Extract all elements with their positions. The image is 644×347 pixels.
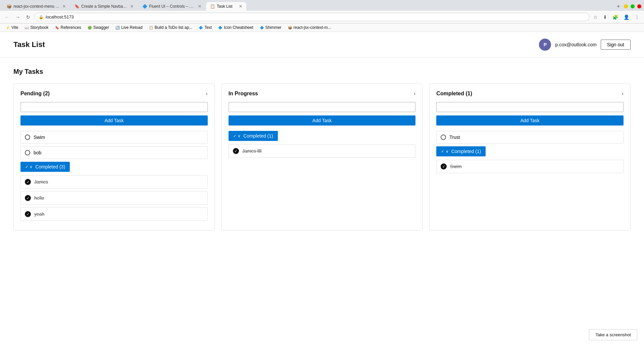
task-check-icon[interactable]: ✓ [25,179,31,185]
task-item-completed: ✓ yeah [20,207,208,221]
tab-close-icon[interactable]: ✕ [198,4,201,9]
bookmark-label: react-jsx-context-m... [294,25,331,30]
bookmark-button[interactable]: ☆ [591,13,600,21]
task-check-icon[interactable]: ✓ [25,211,31,217]
completed-section-button[interactable]: ✓ ∨ Completed (1) [436,146,486,156]
browser-titlebar: 📦 react-jsx-context-menu – npm ✕🔖 Create… [0,0,644,11]
reload-button[interactable]: ↻ [24,13,32,21]
bookmark-item[interactable]: 📖Storybook [21,24,51,31]
bookmark-item[interactable]: 📋Build a ToDo list ap... [146,24,195,31]
column-chevron-icon[interactable]: › [622,91,624,97]
column-header: In Progress › [229,91,416,97]
chevron-down-icon: ✓ ∨ [441,149,448,154]
chevron-down-icon: ✓ ∨ [25,164,33,169]
task-name: bob [34,150,41,155]
section-title: My Tasks [13,68,631,76]
tab-title: Fluent UI – Controls – React – Co... [149,4,196,9]
bookmark-item[interactable]: 🔖References [52,24,84,31]
task-input[interactable] [436,102,624,112]
minimize-button[interactable] [624,4,628,8]
column-title: Pending (2) [20,91,50,97]
browser-tab-tab3[interactable]: 🔷 Fluent UI – Controls – React – Co... ✕ [138,2,205,11]
bookmark-item[interactable]: 📦react-jsx-context-m... [285,24,334,31]
bookmarks-bar: ⚡Vite📖Storybook🔖References🟢Swagger🔄Live … [0,23,644,32]
task-column-completed: Completed (1) › Add Task Trust ✓ ∨ Compl… [429,84,631,231]
bookmark-item[interactable]: 🔷Shimmer [257,24,284,31]
app-title: Task List [13,40,45,49]
bookmark-item[interactable]: 🔄Live Reload [112,24,145,31]
address-bar[interactable]: 🔒 localhost:5173 [34,13,589,21]
column-header: Completed (1) › [436,91,624,97]
forward-button[interactable]: → [13,13,22,21]
bookmark-favicon: 🔷 [259,25,264,30]
browser-toolbar: ← → ↻ 🔒 localhost:5173 ☆ ⬇ 🧩 👤 ⋮ [0,11,644,23]
task-name-completed: hello [34,195,44,201]
bookmark-label: Shimmer [265,25,282,30]
task-column-inprogress: In Progress › Add Task ✓ ∨ Completed (1)… [221,84,423,231]
tab-close-icon[interactable]: ✕ [239,4,242,9]
task-item: bob [20,146,208,159]
column-chevron-icon[interactable]: › [414,91,415,97]
main-content: My Tasks Pending (2) › Add Task Swim bob… [0,58,644,241]
add-task-button[interactable]: Add Task [436,115,624,126]
browser-tab-tab1[interactable]: 📦 react-jsx-context-menu – npm ✕ [3,2,70,11]
bookmark-item[interactable]: ⚡Vite [3,24,21,31]
task-input[interactable] [20,102,208,112]
add-task-button[interactable]: Add Task [229,115,416,126]
maximize-button[interactable] [631,4,635,8]
bookmark-label: Vite [11,25,18,30]
browser-tab-tab4[interactable]: 📋 Task List ✕ [206,2,246,11]
downloads-button[interactable]: ⬇ [601,13,609,21]
close-button[interactable] [637,4,641,8]
tab-close-icon[interactable]: ✕ [130,4,134,9]
bookmark-label: Text [204,25,212,30]
task-radio[interactable] [441,135,446,140]
bookmark-label: References [61,25,81,30]
bookmark-favicon: 📋 [149,25,153,30]
task-radio[interactable] [25,135,30,140]
bookmark-item[interactable]: 🟢Swagger [85,24,112,31]
menu-button[interactable]: ⋮ [633,13,641,21]
task-item: Swim [20,131,208,144]
task-name-completed: Swim [450,164,461,169]
bookmark-favicon: 📖 [24,25,29,30]
chevron-down-icon: ✓ ∨ [233,134,241,138]
completed-section-button[interactable]: ✓ ∨ Completed (3) [20,162,70,172]
add-task-button[interactable]: Add Task [20,115,208,126]
tab-title: Create a Simple Navbar with 7 L... [81,4,128,9]
browser-tab-tab2[interactable]: 🔖 Create a Simple Navbar with 7 L... ✕ [70,2,138,11]
task-name-completed: James llll [242,148,262,154]
extensions-button[interactable]: 🧩 [610,13,620,21]
new-tab-button[interactable]: + [614,2,623,11]
user-email: p.cox@outlook.com [555,42,596,47]
task-name: Swim [34,135,45,140]
task-item-completed: ✓ James llll [229,144,416,158]
task-item-completed: ✓ James [20,175,208,189]
sign-out-button[interactable]: Sign out [601,40,631,50]
bookmark-favicon: 🔖 [55,25,59,30]
app-header: Task List P p.cox@outlook.com Sign out [0,32,644,58]
tab-favicon: 🔷 [142,4,147,9]
task-column-pending: Pending (2) › Add Task Swim bob ✓ ∨ Comp… [13,84,215,231]
bookmark-item[interactable]: 🔷Text [196,24,214,31]
browser-chrome: 📦 react-jsx-context-menu – npm ✕🔖 Create… [0,0,644,32]
tab-close-icon[interactable]: ✕ [62,4,66,9]
bookmark-favicon: 📦 [288,25,292,30]
column-title: Completed (1) [436,91,472,97]
bookmark-item[interactable]: 🔷Icon Cheatsheet [215,24,256,31]
columns-container: Pending (2) › Add Task Swim bob ✓ ∨ Comp… [13,84,631,231]
task-check-icon[interactable]: ✓ [233,148,239,154]
back-button[interactable]: ← [3,13,11,21]
task-check-icon[interactable]: ✓ [25,195,31,201]
bookmark-favicon: 🔄 [115,25,120,30]
profile-button[interactable]: 👤 [622,13,631,21]
bookmark-label: Swagger [93,25,109,30]
task-radio[interactable] [25,150,30,155]
column-chevron-icon[interactable]: › [206,91,207,97]
bookmark-label: Build a ToDo list ap... [155,25,193,30]
task-name-completed: yeah [34,211,44,217]
completed-section-button[interactable]: ✓ ∨ Completed (1) [229,131,278,141]
task-input[interactable] [229,102,416,112]
task-check-icon[interactable]: ✓ [441,163,447,169]
screenshot-button[interactable]: Take a screenshot [589,329,637,340]
